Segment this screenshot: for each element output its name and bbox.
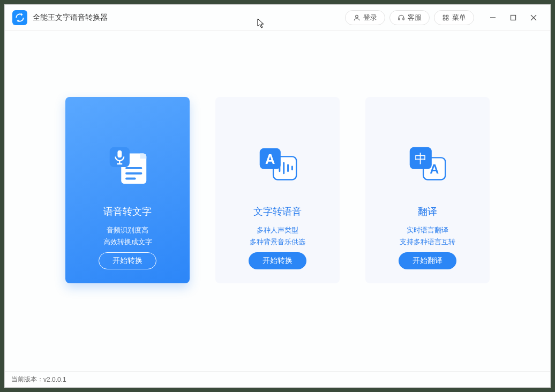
version-label: 当前版本：: [11, 375, 43, 384]
minimize-button[interactable]: [483, 7, 503, 28]
login-button[interactable]: 登录: [345, 10, 385, 25]
card-text-to-speech[interactable]: A 文字转语音 多种人声类型 多种背景音乐供选 开始转换: [215, 97, 340, 283]
speech-to-text-icon: [103, 142, 152, 190]
start-convert-button[interactable]: 开始转换: [249, 252, 306, 269]
svg-point-0: [356, 15, 358, 18]
start-translate-button[interactable]: 开始翻译: [399, 252, 456, 269]
headset-icon: [398, 14, 405, 21]
svg-rect-5: [443, 18, 445, 20]
svg-text:中: 中: [415, 152, 427, 165]
card-speech-to-text[interactable]: 语音转文字 音频识别度高 高效转换成文字 开始转换: [65, 97, 190, 283]
svg-rect-1: [399, 18, 400, 20]
svg-rect-16: [117, 150, 122, 158]
card-title: 文字转语音: [253, 205, 302, 218]
support-button[interactable]: 客服: [389, 10, 430, 25]
svg-rect-6: [446, 18, 448, 20]
svg-rect-13: [125, 172, 142, 175]
start-convert-button[interactable]: 开始转换: [99, 252, 156, 269]
svg-rect-12: [125, 167, 142, 169]
window-controls: [483, 7, 544, 28]
titlebar: 全能王文字语音转换器 登录 客服 菜单: [5, 5, 550, 31]
card-description: 多种人声类型 多种背景音乐供选: [250, 224, 305, 248]
maximize-button[interactable]: [503, 7, 523, 28]
svg-rect-8: [511, 15, 516, 20]
card-translate[interactable]: A 中 翻译 实时语言翻译 支持多种语言互转 开始翻译: [365, 97, 490, 283]
statusbar: 当前版本： v2.0.0.1: [5, 371, 550, 387]
card-title: 语音转文字: [103, 205, 152, 218]
menu-button[interactable]: 菜单: [434, 10, 474, 25]
card-description: 音频识别度高 高效转换成文字: [103, 224, 152, 248]
support-label: 客服: [408, 13, 422, 22]
login-label: 登录: [363, 13, 377, 22]
main-content: 语音转文字 音频识别度高 高效转换成文字 开始转换 A: [5, 31, 550, 371]
grid-icon: [442, 14, 449, 21]
version-number: v2.0.0.1: [43, 376, 66, 383]
menu-label: 菜单: [452, 13, 466, 22]
app-title: 全能王文字语音转换器: [33, 13, 108, 22]
app-window: 全能王文字语音转换器 登录 客服 菜单: [4, 4, 551, 388]
app-logo-icon: [12, 10, 27, 25]
svg-rect-4: [446, 15, 448, 17]
card-description: 实时语言翻译 支持多种语言互转: [400, 224, 455, 248]
svg-rect-2: [403, 18, 404, 20]
text-to-speech-icon: A: [253, 142, 302, 190]
card-title: 翻译: [418, 205, 437, 218]
translate-icon: A 中: [403, 142, 452, 190]
close-button[interactable]: [523, 7, 544, 28]
svg-rect-14: [125, 178, 136, 180]
user-icon: [353, 14, 361, 21]
svg-rect-3: [443, 15, 445, 17]
svg-text:A: A: [265, 152, 275, 167]
